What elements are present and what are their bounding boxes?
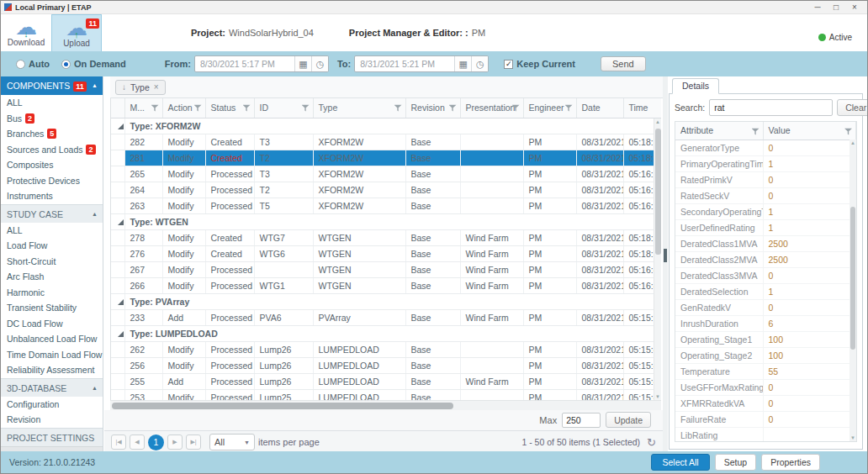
refresh-icon[interactable]: ↻ [647, 436, 656, 449]
pager-next-button[interactable]: ▶ [167, 434, 183, 450]
details-vertical-scrollbar[interactable]: ▲ ▼ [849, 140, 856, 441]
filter-icon[interactable] [151, 104, 159, 112]
on-demand-radio[interactable] [61, 60, 71, 69]
auto-radio[interactable] [16, 60, 25, 69]
from-calendar-icon[interactable]: ▦ [294, 55, 311, 72]
attribute-row[interactable]: DeratedSelection1 [675, 283, 856, 299]
attribute-row[interactable]: DeratedClass3MVA0 [675, 267, 856, 283]
details-column-header-value[interactable]: Value [763, 122, 856, 140]
minimize-icon[interactable]: ─ [808, 2, 827, 13]
attribute-row[interactable]: InrushDuration6 [675, 315, 856, 331]
close-icon[interactable]: × [845, 2, 864, 13]
update-button[interactable]: Update [606, 412, 651, 428]
attribute-row[interactable]: DeratedClass1MVA2500 [675, 235, 856, 251]
grid-vertical-scrollbar[interactable]: ▲ ▼ [654, 118, 661, 400]
filter-icon[interactable] [394, 104, 402, 112]
column-header-id[interactable]: ID [254, 98, 313, 118]
sidebar-item-unbalanced-load-flow[interactable]: Unbalanced Load Flow [1, 331, 103, 347]
group-expand-cell[interactable] [111, 214, 124, 230]
sidebar-section-header[interactable]: STUDY CASE▲ [1, 204, 103, 223]
table-row[interactable]: 278ModifyCreatedWTG7WTGENBaseWind FarmPM… [111, 230, 661, 246]
sidebar-item-reliability-assessment[interactable]: Reliability Assessment [1, 362, 103, 378]
filter-icon[interactable] [194, 104, 202, 112]
grid-vscroll-thumb[interactable] [655, 129, 661, 255]
sidebar-section-header[interactable]: 3D-DATABASE▲ [1, 378, 103, 397]
group-header-row[interactable]: Type: LUMPEDLOAD [111, 326, 661, 342]
sidebar-item-bus[interactable]: Bus2 [1, 111, 103, 127]
sidebar-item-configuration[interactable]: Configuration [1, 397, 103, 413]
attribute-row[interactable]: Operating_Stage2100 [675, 347, 856, 363]
sidebar-item-instruments[interactable]: Instruments [1, 188, 103, 204]
grid-hscroll-thumb[interactable] [112, 403, 453, 409]
filter-icon[interactable] [449, 104, 457, 112]
attribute-row[interactable]: GeneratorType0 [675, 140, 856, 155]
filter-icon[interactable] [752, 128, 760, 135]
filter-icon[interactable] [844, 128, 852, 135]
table-row[interactable]: 255AddProcessedLump26LUMPEDLOADBaseWind … [111, 374, 661, 390]
table-row[interactable]: 233AddProcessedPVA6PVArrayBaseWind FarmP… [111, 310, 661, 326]
table-row[interactable]: 262ModifyProcessedLump26LUMPEDLOADBasePM… [111, 342, 661, 358]
group-expand-cell[interactable] [111, 118, 124, 134]
sidebar-item-revision[interactable]: Revision [1, 412, 103, 428]
panel-splitter[interactable] [663, 76, 668, 453]
sort-desc-icon[interactable]: ↓ [122, 82, 126, 92]
attribute-row[interactable]: UseGFForMaxRating0 [675, 379, 856, 395]
attribute-row[interactable]: LibRating [675, 427, 856, 442]
attribute-row[interactable]: UserDefinedRating1 [675, 219, 856, 235]
table-row[interactable]: 256ModifyProcessedLump26LUMPEDLOADBasePM… [111, 358, 661, 374]
sidebar-section-header[interactable]: PROJECT SETTINGS [1, 428, 103, 446]
pager-first-button[interactable]: |◀ [111, 434, 126, 450]
group-expanded-icon[interactable] [118, 219, 124, 225]
sidebar-item-composites[interactable]: Composites [1, 157, 103, 173]
column-header-type[interactable]: Type [313, 98, 405, 118]
table-row[interactable]: 266ModifyProcessedWTG1WTGENBaseWind Farm… [111, 278, 661, 294]
collapse-arrow-icon[interactable]: ▲ [92, 205, 98, 224]
column-header-presentation[interactable]: Presentation [460, 98, 523, 118]
to-clock-icon[interactable]: ◷ [471, 55, 488, 72]
attribute-row[interactable]: DeratedClass2MVA2500 [675, 251, 856, 267]
scroll-down-icon[interactable]: ▼ [654, 394, 661, 399]
table-row[interactable]: 281ModifyCreatedT2XFORM2WBasePM08/31/202… [111, 150, 661, 166]
column-header-action[interactable]: Action [162, 98, 205, 118]
group-header-row[interactable]: Type: XFORM2W [111, 118, 661, 134]
attribute-row[interactable]: RatedSeckV0 [675, 187, 856, 203]
pager-prev-button[interactable]: ◀ [130, 434, 145, 450]
sidebar-item-all[interactable]: ALL [1, 95, 103, 111]
filter-icon[interactable] [302, 104, 310, 112]
table-row[interactable]: 282ModifyCreatedT3XFORM2WBasePM08/31/202… [111, 134, 661, 150]
column-header-date[interactable]: Date [576, 98, 623, 118]
tab-download[interactable]: ☁↓ Download [1, 14, 51, 51]
search-input[interactable] [709, 99, 833, 116]
from-input[interactable] [195, 59, 294, 69]
table-row[interactable]: 276ModifyCreatedWTG6WTGENBaseWind FarmPM… [111, 246, 661, 262]
scroll-up-icon[interactable]: ▲ [654, 119, 661, 124]
sidebar-section-header[interactable]: COMPONENTS11▲ [1, 76, 103, 95]
keep-current-checkbox[interactable]: ✓ [504, 60, 513, 69]
tab-details[interactable]: Details [672, 78, 719, 94]
pager-last-button[interactable]: ▶| [186, 434, 201, 450]
to-calendar-icon[interactable]: ▦ [454, 55, 471, 72]
attribute-row[interactable]: GenRatedkV0 [675, 299, 856, 315]
table-row[interactable]: 263ModifyProcessedT5XFORM2WBasePM08/31/2… [111, 198, 661, 214]
column-header-revision[interactable]: Revision [405, 98, 460, 118]
sidebar-item-transient-stability[interactable]: Transient Stability [1, 300, 103, 316]
splitter-grip[interactable] [664, 249, 667, 262]
collapse-arrow-icon[interactable]: ▲ [92, 76, 98, 95]
tab-upload[interactable]: ☁↑ 11 Upload [51, 14, 102, 51]
sidebar-item-sources-and-loads[interactable]: Sources and Loads2 [1, 142, 103, 158]
setup-button[interactable]: Setup [715, 454, 756, 471]
group-expand-cell[interactable] [111, 326, 124, 342]
pager-current-page[interactable]: 1 [148, 434, 164, 450]
sidebar-item-harmonic[interactable]: Harmonic [1, 285, 103, 301]
table-row[interactable]: 265ModifyProcessedT3XFORM2WBasePM08/31/2… [111, 166, 661, 182]
sidebar-item-short-circuit[interactable]: Short-Circuit [1, 254, 103, 270]
max-input[interactable] [562, 413, 601, 428]
filter-icon[interactable] [565, 104, 573, 112]
group-header-row[interactable]: Type: PVArray [111, 294, 661, 310]
column-header-engineer[interactable]: Engineer [523, 98, 576, 118]
sidebar-item-arc-flash[interactable]: Arc Flash [1, 269, 103, 285]
details-scroll-up-icon[interactable]: ▲ [849, 140, 856, 145]
filter-icon[interactable] [243, 104, 251, 112]
sidebar-item-all[interactable]: ALL [1, 223, 103, 239]
properties-button[interactable]: Properties [761, 454, 820, 471]
